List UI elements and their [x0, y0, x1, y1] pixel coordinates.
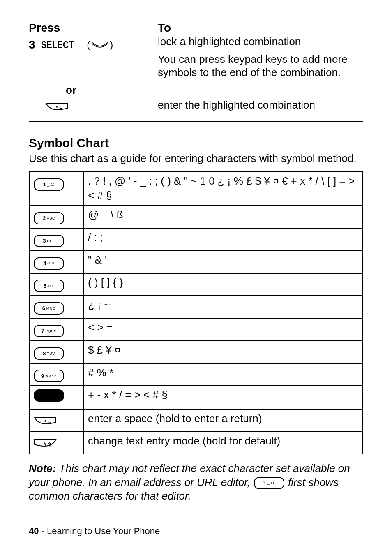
hash-key-description: change text entry mode (hold for default…: [83, 432, 363, 454]
key-8-symbols: $ £ ¥ ¤: [83, 341, 363, 363]
hash-key-icon: # ⇧: [34, 439, 62, 450]
chapter-name: Learning to Use Your Phone: [47, 526, 160, 536]
page-number: 40: [29, 526, 39, 536]
table-row: * ⌣ enter a space (hold to enter a retur…: [29, 410, 363, 432]
to-header: To: [158, 21, 363, 35]
key-8-icon: 8TUV: [34, 347, 64, 360]
table-row: 7PQRS < > =: [29, 318, 363, 341]
key-5-icon: 5JKL: [34, 280, 64, 292]
table-row: 5JKL ( ) [ ] { }: [29, 273, 363, 296]
table-row: 2ABC @ _ \ ß: [29, 206, 363, 228]
symbol-chart-heading: Symbol Chart: [29, 136, 363, 150]
key-2-symbols: @ _ \ ß: [83, 206, 363, 228]
add-more-symbols-text: You can press keypad keys to add more sy…: [158, 53, 363, 79]
key-2-icon: 2ABC: [34, 212, 64, 224]
table-row: 1_.@ . ? ! , @ ' - _ : ; ( ) & " ~ 1 0 ¿…: [29, 172, 363, 206]
key-6-symbols: ¿ ¡ ~: [83, 296, 363, 318]
note-paragraph: Note: This chart may not reflect the exa…: [29, 462, 363, 503]
table-row: 9WXYZ # % *: [29, 363, 363, 386]
enter-combination-text: enter the highlighted combination: [158, 98, 363, 112]
table-row: 3DEF / : ;: [29, 228, 363, 251]
key-6-icon: 6MNO: [34, 302, 64, 315]
select-softkey-label: SELECT: [41, 39, 74, 51]
press-header: Press: [29, 21, 148, 35]
star-key-icon: * ⌣: [34, 416, 62, 428]
key-1-symbols: . ? ! , @ ' - _ : ; ( ) & " ~ 1 0 ¿ ¡ % …: [83, 172, 363, 206]
table-row: 6MNO ¿ ¡ ~: [29, 296, 363, 318]
key-4-icon: 4GHI: [34, 257, 64, 270]
key-9-icon: 9WXYZ: [34, 370, 64, 382]
lock-combination-text: lock a highlighted combination: [158, 35, 363, 49]
symbol-chart-intro: Use this chart as a guide for entering c…: [29, 152, 363, 165]
press-to-instructions: Press To 3 SELECT () lock a highlighted …: [29, 21, 363, 114]
star-key-icon: * ⌣: [45, 102, 73, 114]
key-7-icon: 7PQRS: [34, 325, 64, 337]
star-key-description: enter a space (hold to enter a return): [83, 410, 363, 432]
or-label: or: [66, 83, 148, 97]
step-number: 3: [29, 37, 35, 52]
key-4-symbols: " & ': [83, 251, 363, 273]
key-5-symbols: ( ) [ ] { }: [83, 273, 363, 296]
key-3-symbols: / : ;: [83, 228, 363, 251]
select-softkey-icon: (): [87, 39, 113, 51]
step-3-press: 3 SELECT (): [29, 37, 148, 52]
table-row: + - x * / = > < # §: [29, 386, 363, 409]
key-7-symbols: < > =: [83, 318, 363, 341]
key-9-symbols: # % *: [83, 363, 363, 386]
key-3-icon: 3DEF: [34, 235, 64, 247]
key-1-icon: 1_.@: [254, 477, 284, 489]
page-footer: 40 - Learning to Use Your Phone: [29, 526, 160, 537]
table-row: 8TUV $ £ ¥ ¤: [29, 341, 363, 363]
key-0-symbols: + - x * / = > < # §: [83, 386, 363, 409]
symbol-chart-table: 1_.@ . ? ! , @ ' - _ : ; ( ) & " ~ 1 0 ¿…: [29, 171, 363, 454]
footer-sep: -: [39, 526, 47, 536]
note-lead: Note:: [29, 462, 56, 474]
key-1-icon: 1_.@: [34, 178, 64, 191]
table-row: # ⇧ change text entry mode (hold for def…: [29, 432, 363, 454]
key-0-icon: [34, 389, 64, 402]
divider: [29, 121, 363, 122]
table-row: 4GHI " & ': [29, 251, 363, 273]
